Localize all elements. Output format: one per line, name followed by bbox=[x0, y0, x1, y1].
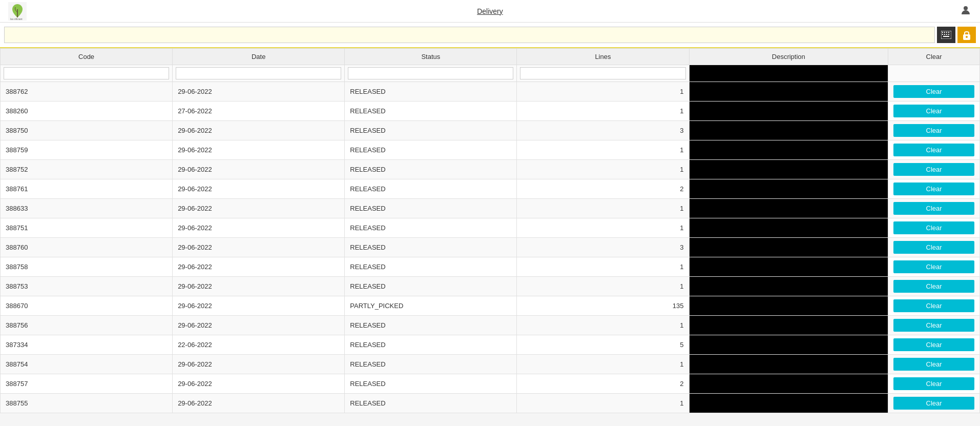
description-overlay bbox=[690, 102, 888, 120]
cell-date: 29-06-2022 bbox=[173, 160, 345, 179]
filter-code[interactable] bbox=[4, 67, 169, 79]
table-row: 38733422-06-2022RELEASED5Clear bbox=[1, 335, 980, 355]
cell-description bbox=[689, 102, 888, 121]
cell-date: 29-06-2022 bbox=[173, 121, 345, 140]
clear-button[interactable]: Clear bbox=[893, 377, 974, 390]
clear-button[interactable]: Clear bbox=[893, 124, 974, 137]
col-header-lines: Lines bbox=[517, 49, 689, 65]
cell-lines: 3 bbox=[517, 238, 689, 257]
table-row: 38875529-06-2022RELEASED1Clear bbox=[1, 394, 980, 413]
keyboard-icon bbox=[941, 31, 951, 39]
cell-status: RELEASED bbox=[345, 316, 517, 335]
clear-button[interactable]: Clear bbox=[893, 241, 974, 254]
cell-code: 387334 bbox=[1, 335, 173, 355]
clear-button[interactable]: Clear bbox=[893, 105, 974, 117]
cell-description bbox=[689, 179, 888, 199]
table-container: Code Date Status Lines Description Clear… bbox=[0, 48, 980, 413]
clear-button[interactable]: Clear bbox=[893, 182, 974, 195]
cell-lines: 1 bbox=[517, 160, 689, 179]
description-overlay bbox=[690, 160, 888, 179]
col-header-clear: Clear bbox=[888, 49, 980, 65]
table-row: 38875129-06-2022RELEASED1Clear bbox=[1, 218, 980, 238]
cell-date: 29-06-2022 bbox=[173, 316, 345, 335]
cell-clear: Clear bbox=[888, 238, 980, 257]
logo-icon: las oficiant bbox=[8, 2, 27, 21]
cell-clear: Clear bbox=[888, 335, 980, 355]
clear-button[interactable]: Clear bbox=[893, 358, 974, 371]
table-row: 38875629-06-2022RELEASED1Clear bbox=[1, 316, 980, 335]
cell-status: RELEASED bbox=[345, 257, 517, 277]
cell-description bbox=[689, 121, 888, 140]
cell-code: 388754 bbox=[1, 355, 173, 374]
lock-button[interactable] bbox=[957, 27, 976, 43]
table-row: 38875329-06-2022RELEASED1Clear bbox=[1, 277, 980, 296]
cell-status: RELEASED bbox=[345, 238, 517, 257]
clear-button[interactable]: Clear bbox=[893, 163, 974, 176]
cell-description bbox=[689, 296, 888, 316]
clear-button[interactable]: Clear bbox=[893, 319, 974, 332]
cell-description bbox=[689, 199, 888, 218]
keyboard-button[interactable] bbox=[937, 27, 955, 43]
cell-lines: 1 bbox=[517, 355, 689, 374]
cell-code: 388758 bbox=[1, 257, 173, 277]
description-overlay bbox=[690, 277, 888, 296]
clear-button[interactable]: Clear bbox=[893, 397, 974, 410]
cell-clear: Clear bbox=[888, 355, 980, 374]
clear-button[interactable]: Clear bbox=[893, 299, 974, 312]
clear-button[interactable]: Clear bbox=[893, 144, 974, 156]
cell-lines: 1 bbox=[517, 394, 689, 413]
clear-button[interactable]: Clear bbox=[893, 202, 974, 215]
cell-clear: Clear bbox=[888, 140, 980, 160]
svg-rect-11 bbox=[946, 34, 947, 35]
cell-code: 388633 bbox=[1, 199, 173, 218]
description-overlay bbox=[690, 65, 888, 82]
clear-button[interactable]: Clear bbox=[893, 85, 974, 98]
cell-clear: Clear bbox=[888, 102, 980, 121]
cell-lines: 1 bbox=[517, 140, 689, 160]
clear-button[interactable]: Clear bbox=[893, 280, 974, 293]
cell-code: 388753 bbox=[1, 277, 173, 296]
clear-button[interactable]: Clear bbox=[893, 221, 974, 234]
table-header-row: Code Date Status Lines Description Clear bbox=[1, 49, 980, 65]
svg-text:las oficiant: las oficiant bbox=[10, 17, 23, 21]
cell-clear: Clear bbox=[888, 257, 980, 277]
description-overlay bbox=[690, 316, 888, 335]
col-header-status: Status bbox=[345, 49, 517, 65]
cell-status: RELEASED bbox=[345, 355, 517, 374]
cell-status: RELEASED bbox=[345, 218, 517, 238]
cell-code: 388755 bbox=[1, 394, 173, 413]
cell-lines: 1 bbox=[517, 218, 689, 238]
description-overlay bbox=[690, 121, 888, 140]
search-bar-area bbox=[0, 23, 980, 48]
filter-date[interactable] bbox=[176, 67, 341, 79]
search-input[interactable] bbox=[4, 27, 935, 43]
user-icon-area[interactable] bbox=[960, 4, 972, 18]
description-overlay bbox=[690, 374, 888, 393]
cell-clear: Clear bbox=[888, 296, 980, 316]
cell-code: 388756 bbox=[1, 316, 173, 335]
description-overlay bbox=[690, 140, 888, 159]
table-row: 38826027-06-2022RELEASED1Clear bbox=[1, 102, 980, 121]
cell-clear: Clear bbox=[888, 374, 980, 394]
description-overlay bbox=[690, 179, 888, 198]
description-overlay bbox=[690, 82, 888, 101]
description-overlay bbox=[690, 296, 888, 315]
svg-rect-10 bbox=[944, 34, 945, 35]
cell-code: 388760 bbox=[1, 238, 173, 257]
cell-code: 388751 bbox=[1, 218, 173, 238]
table-row: 38875029-06-2022RELEASED3Clear bbox=[1, 121, 980, 140]
cell-description bbox=[689, 257, 888, 277]
clear-button[interactable]: Clear bbox=[893, 260, 974, 273]
svg-point-3 bbox=[964, 6, 968, 10]
cell-date: 22-06-2022 bbox=[173, 335, 345, 355]
clear-button[interactable]: Clear bbox=[893, 338, 974, 351]
cell-lines: 2 bbox=[517, 374, 689, 394]
svg-rect-6 bbox=[944, 32, 945, 33]
filter-status[interactable] bbox=[348, 67, 513, 79]
cell-lines: 1 bbox=[517, 277, 689, 296]
cell-status: RELEASED bbox=[345, 199, 517, 218]
cell-status: RELEASED bbox=[345, 82, 517, 102]
filter-lines[interactable] bbox=[520, 67, 685, 79]
cell-code: 388752 bbox=[1, 160, 173, 179]
cell-clear: Clear bbox=[888, 394, 980, 413]
